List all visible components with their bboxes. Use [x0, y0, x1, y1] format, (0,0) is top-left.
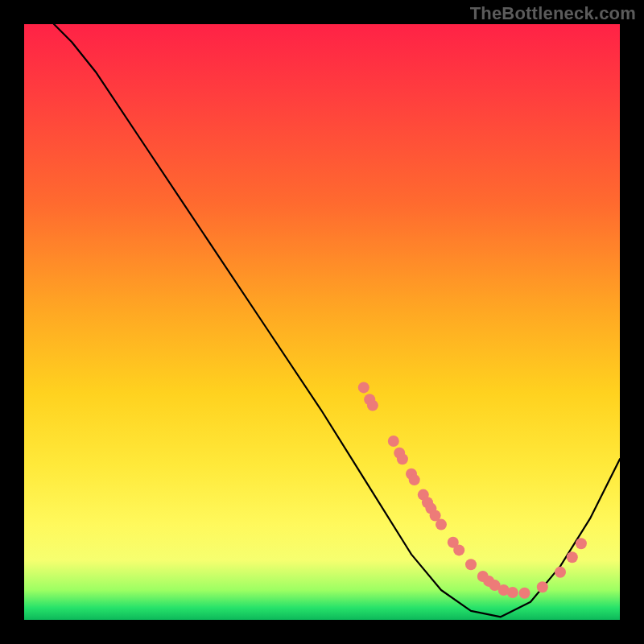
- data-marker: [397, 453, 408, 464]
- data-marker: [358, 382, 369, 393]
- curve-svg: [24, 24, 620, 620]
- data-marker: [367, 400, 378, 411]
- bottleneck-curve-line: [54, 24, 620, 617]
- chart-frame: TheBottleneck.com: [0, 0, 644, 644]
- data-marker: [537, 581, 548, 592]
- data-marker: [465, 559, 477, 570]
- data-marker: [453, 544, 464, 555]
- data-marker: [409, 474, 420, 485]
- data-marker: [567, 551, 578, 563]
- plot-area: [24, 24, 620, 620]
- data-marker: [388, 436, 399, 447]
- data-marker: [576, 538, 587, 549]
- attribution-text: TheBottleneck.com: [470, 3, 636, 24]
- data-marker: [555, 567, 566, 578]
- data-marker: [519, 588, 530, 599]
- data-marker: [507, 587, 518, 598]
- data-marker: [436, 519, 447, 530]
- data-markers-group: [358, 382, 587, 598]
